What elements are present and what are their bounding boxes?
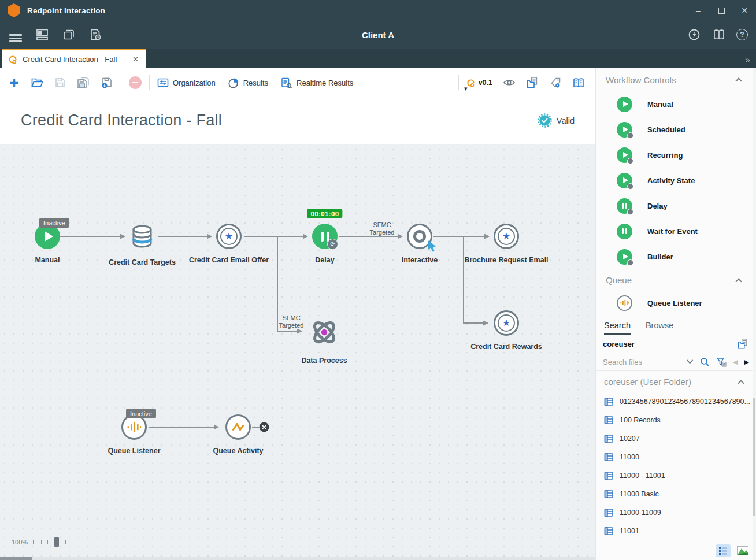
palette-item-recurring[interactable]: Recurring bbox=[596, 142, 756, 168]
table-icon bbox=[604, 508, 614, 517]
node-data-process[interactable]: Data Process bbox=[275, 316, 373, 365]
node-interactive[interactable]: Interactive bbox=[370, 224, 469, 264]
node-manual[interactable]: Inactive Manual bbox=[0, 224, 97, 264]
database-icon bbox=[129, 224, 155, 249]
current-user: coreuser bbox=[603, 340, 635, 348]
palette-item-activity-state[interactable]: Activity State bbox=[596, 168, 756, 193]
scrollbar-thumb[interactable] bbox=[0, 557, 32, 560]
palette-item-scheduled[interactable]: Scheduled bbox=[596, 117, 756, 142]
workflow-title: Credit Card Interaction - Fall bbox=[21, 112, 222, 129]
node-credit-card-rewards[interactable]: ★ Credit Card Rewards bbox=[457, 310, 555, 351]
collapse-icon[interactable] bbox=[735, 77, 742, 84]
file-item[interactable]: 11000-11009 bbox=[596, 503, 756, 522]
horizontal-scrollbar[interactable] bbox=[0, 557, 595, 560]
chevron-down-icon[interactable] bbox=[686, 359, 694, 365]
paste-to-folder-icon[interactable] bbox=[737, 338, 749, 350]
toolbar-overflow-caret[interactable]: ▾ bbox=[464, 85, 468, 92]
node-queue-activity[interactable]: Queue Activity bbox=[189, 414, 287, 455]
play-state-icon bbox=[617, 173, 632, 188]
workflow-canvas[interactable]: SFMC Targeted SFMC Targeted Inactive Man… bbox=[0, 144, 595, 560]
queue-header[interactable]: Queue bbox=[596, 269, 756, 291]
atom-icon bbox=[308, 316, 340, 348]
file-browser-tabs: Search Browse bbox=[596, 315, 756, 335]
workflow-toolbar: + bbox=[0, 68, 595, 97]
menu-bar: Client A ? bbox=[0, 21, 756, 49]
tab-label: Credit Card Interaction - Fall bbox=[23, 55, 131, 64]
palette-item-wait-for-event[interactable]: Wait for Event bbox=[596, 218, 756, 244]
tab-browse[interactable]: Browse bbox=[646, 321, 673, 335]
file-item[interactable]: 0123456789012345678901234567890... bbox=[596, 392, 756, 411]
node-delay[interactable]: 00:01:00 ⟳ Delay bbox=[276, 224, 374, 264]
node-credit-card-email-offer[interactable]: ★ Credit Card Email Offer bbox=[180, 224, 278, 264]
document-tab-bar: Credit Card Interaction - Fall ✕ » bbox=[0, 49, 756, 68]
folder-section-header[interactable]: coreuser (User Folder) bbox=[596, 371, 756, 392]
table-icon bbox=[604, 397, 614, 406]
search-icon[interactable] bbox=[700, 357, 710, 367]
save-all-button[interactable] bbox=[77, 74, 90, 91]
deactivate-button-disabled bbox=[129, 76, 142, 89]
file-item[interactable]: 11000 - 11001 bbox=[596, 466, 756, 485]
close-button[interactable]: ✕ bbox=[733, 0, 756, 21]
collapse-icon[interactable] bbox=[735, 278, 742, 284]
tab-overflow-icon[interactable]: » bbox=[745, 55, 749, 65]
thumbnail-view-toggle[interactable] bbox=[735, 544, 750, 557]
save-button-disabled bbox=[54, 74, 66, 91]
table-icon bbox=[604, 526, 614, 536]
title-bar: Redpoint Interaction – ✕ bbox=[0, 0, 756, 21]
next-result-icon[interactable]: ▶ bbox=[744, 358, 749, 366]
play-gear-icon bbox=[617, 249, 632, 265]
version-indicator[interactable]: v0.1 bbox=[466, 79, 492, 87]
file-item[interactable]: 10207 bbox=[596, 429, 756, 448]
palette-item-queue-listener[interactable]: Queue Listener bbox=[596, 291, 756, 315]
star-circle-icon: ★ bbox=[216, 224, 242, 249]
valid-seal-icon bbox=[538, 113, 552, 128]
valid-label: Valid bbox=[557, 116, 575, 125]
tag-icon[interactable] bbox=[550, 74, 562, 91]
play-repeat-icon bbox=[617, 147, 632, 163]
file-item[interactable]: 11000 Basic bbox=[596, 485, 756, 503]
inactive-badge: Inactive bbox=[39, 218, 69, 228]
realtime-results-button[interactable]: Realtime Results bbox=[280, 77, 353, 89]
file-item[interactable]: 100 Records bbox=[596, 411, 756, 429]
save-version-button[interactable] bbox=[101, 74, 113, 91]
palette-item-manual[interactable]: Manual bbox=[596, 91, 756, 117]
zoom-slider-handle[interactable] bbox=[54, 537, 59, 547]
library-book-icon[interactable] bbox=[572, 74, 585, 91]
organization-icon bbox=[157, 77, 169, 88]
file-list: 0123456789012345678901234567890... 100 R… bbox=[596, 392, 756, 560]
tab-search[interactable]: Search bbox=[604, 321, 631, 335]
workflow-controls-header[interactable]: Workflow Controls bbox=[596, 68, 756, 91]
palette-item-builder[interactable]: Builder bbox=[596, 244, 756, 269]
node-brochure-request-email[interactable]: ★ Brochure Request Email bbox=[457, 224, 555, 264]
tab-close-icon[interactable]: ✕ bbox=[131, 55, 140, 64]
new-button[interactable]: + bbox=[9, 74, 19, 91]
user-folder-row[interactable]: coreuser bbox=[596, 335, 756, 353]
toolbar-divider bbox=[458, 75, 459, 90]
open-folder-button[interactable] bbox=[31, 74, 43, 91]
table-icon bbox=[604, 434, 614, 443]
file-item[interactable]: 11000 bbox=[596, 448, 756, 466]
interaction-flow-icon bbox=[8, 55, 17, 64]
zoom-control[interactable]: 100% bbox=[12, 537, 72, 547]
palette-item-delay[interactable]: Delay bbox=[596, 193, 756, 218]
node-queue-listener[interactable]: Inactive Queue Listener bbox=[85, 414, 183, 455]
view-toggles bbox=[716, 544, 750, 557]
star-circle-icon: ★ bbox=[494, 224, 519, 249]
node-credit-card-targets[interactable]: Credit Card Targets bbox=[93, 224, 191, 266]
tab-credit-card-interaction-fall[interactable]: Credit Card Interaction - Fall ✕ bbox=[2, 49, 146, 68]
file-item[interactable]: 11001 bbox=[596, 522, 756, 540]
search-files-input[interactable] bbox=[603, 358, 671, 366]
results-button[interactable]: Results bbox=[228, 77, 268, 89]
search-files-row: ◀ ▶ bbox=[596, 353, 756, 371]
table-icon bbox=[604, 471, 614, 480]
copy-to-folder-icon[interactable] bbox=[526, 74, 539, 91]
preview-eye-icon[interactable] bbox=[503, 74, 516, 91]
list-view-toggle[interactable] bbox=[716, 544, 731, 557]
organization-button[interactable]: Organization bbox=[157, 77, 216, 88]
file-list-scrollbar-thumb[interactable] bbox=[753, 398, 755, 516]
toolbar-divider bbox=[373, 75, 373, 90]
collapse-icon[interactable] bbox=[738, 380, 744, 386]
minimize-button[interactable]: – bbox=[687, 0, 710, 21]
filter-icon[interactable] bbox=[716, 357, 727, 367]
maximize-button[interactable] bbox=[710, 0, 733, 21]
